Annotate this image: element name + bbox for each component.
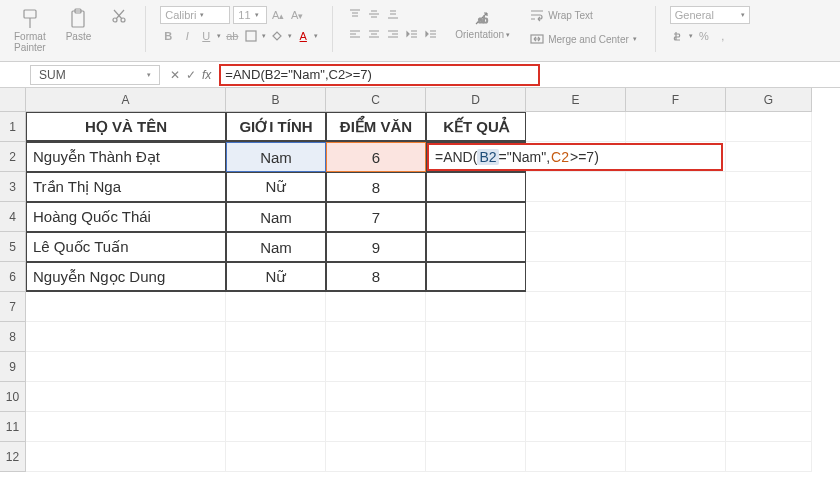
merge-center-button[interactable]: Merge and Center▾ xyxy=(526,30,641,48)
italic-button[interactable]: I xyxy=(179,28,195,44)
underline-button[interactable]: U xyxy=(198,28,214,44)
row-header[interactable]: 1 xyxy=(0,112,26,142)
cell[interactable] xyxy=(426,172,526,202)
formula-input[interactable]: =AND(B2="Nam",C2>=7) xyxy=(219,64,540,86)
cell[interactable] xyxy=(526,202,626,232)
cell[interactable] xyxy=(26,352,226,382)
row-header[interactable]: 12 xyxy=(0,442,26,472)
borders-button[interactable] xyxy=(243,28,259,44)
cell[interactable] xyxy=(426,352,526,382)
cell-editing-d2[interactable]: =AND( B2 ="Nam", C2 >=7) xyxy=(426,142,526,172)
cell[interactable] xyxy=(426,442,526,472)
bold-button[interactable]: B xyxy=(160,28,176,44)
align-middle-button[interactable] xyxy=(366,6,382,22)
cell[interactable] xyxy=(626,262,726,292)
cell[interactable] xyxy=(526,262,626,292)
cell[interactable]: Lê Quốc Tuấn xyxy=(26,232,226,262)
enter-formula-button[interactable]: ✓ xyxy=(186,68,196,82)
in-cell-formula-editor[interactable]: =AND( B2 ="Nam", C2 >=7) xyxy=(427,143,723,171)
cell[interactable] xyxy=(626,322,726,352)
row-header[interactable]: 9 xyxy=(0,352,26,382)
align-top-button[interactable] xyxy=(347,6,363,22)
cell[interactable] xyxy=(226,352,326,382)
cell[interactable] xyxy=(526,412,626,442)
number-format-dropdown[interactable]: General▾ xyxy=(670,6,750,24)
cell[interactable] xyxy=(326,412,426,442)
align-center-button[interactable] xyxy=(366,26,382,42)
currency-button[interactable] xyxy=(670,28,686,44)
font-name-dropdown[interactable]: Calibri▾ xyxy=(160,6,230,24)
cell[interactable]: Nguyễn Thành Đạt xyxy=(26,142,226,172)
cell-referenced-c2[interactable]: 6 xyxy=(326,142,426,172)
cell[interactable] xyxy=(526,442,626,472)
fx-icon[interactable]: fx xyxy=(202,68,211,82)
align-bottom-button[interactable] xyxy=(385,6,401,22)
percent-button[interactable]: % xyxy=(696,28,712,44)
cell[interactable]: Nguyễn Ngọc Dung xyxy=(26,262,226,292)
cell[interactable] xyxy=(326,442,426,472)
cell[interactable] xyxy=(526,172,626,202)
cell[interactable] xyxy=(526,232,626,262)
name-box[interactable]: SUM ▾ xyxy=(30,65,160,85)
col-header[interactable]: D xyxy=(426,88,526,112)
row-header[interactable]: 11 xyxy=(0,412,26,442)
cell[interactable] xyxy=(626,352,726,382)
cell[interactable] xyxy=(26,322,226,352)
cell[interactable] xyxy=(526,112,626,142)
cell[interactable] xyxy=(526,322,626,352)
cell[interactable] xyxy=(426,202,526,232)
cell[interactable] xyxy=(726,112,812,142)
cell[interactable] xyxy=(226,442,326,472)
cell[interactable] xyxy=(726,382,812,412)
cell[interactable] xyxy=(726,172,812,202)
cell[interactable]: Hoàng Quốc Thái xyxy=(26,202,226,232)
cell[interactable]: HỌ VÀ TÊN xyxy=(26,112,226,142)
decrease-font-button[interactable]: A▾ xyxy=(289,7,305,23)
row-header[interactable]: 4 xyxy=(0,202,26,232)
cell[interactable] xyxy=(626,442,726,472)
cell[interactable]: KẾT QUẢ xyxy=(426,112,526,142)
col-header[interactable]: E xyxy=(526,88,626,112)
row-header[interactable]: 8 xyxy=(0,322,26,352)
paste-button[interactable]: Paste xyxy=(62,6,96,44)
strike-button[interactable]: ab xyxy=(224,28,240,44)
wrap-text-button[interactable]: Wrap Text xyxy=(526,6,641,24)
cell[interactable] xyxy=(626,112,726,142)
cell[interactable] xyxy=(26,442,226,472)
cell[interactable]: 8 xyxy=(326,262,426,292)
cell[interactable]: ĐIỂM VĂN xyxy=(326,112,426,142)
cell[interactable] xyxy=(26,292,226,322)
decrease-indent-button[interactable] xyxy=(404,26,420,42)
cell[interactable] xyxy=(626,202,726,232)
fill-color-button[interactable] xyxy=(269,28,285,44)
cell[interactable] xyxy=(726,142,812,172)
cell[interactable] xyxy=(726,352,812,382)
cell[interactable] xyxy=(726,262,812,292)
cell[interactable] xyxy=(626,172,726,202)
cell[interactable] xyxy=(26,412,226,442)
format-painter-button[interactable]: Format Painter xyxy=(10,6,50,55)
cell[interactable]: GIỚI TÍNH xyxy=(226,112,326,142)
cell[interactable] xyxy=(326,292,426,322)
cell[interactable] xyxy=(226,412,326,442)
cell[interactable] xyxy=(626,382,726,412)
cell[interactable] xyxy=(426,412,526,442)
cell[interactable] xyxy=(326,382,426,412)
cell[interactable]: Nam xyxy=(226,232,326,262)
row-header[interactable]: 6 xyxy=(0,262,26,292)
cell[interactable] xyxy=(526,292,626,322)
cell[interactable] xyxy=(226,292,326,322)
row-header[interactable]: 5 xyxy=(0,232,26,262)
select-all-corner[interactable] xyxy=(0,88,26,112)
cell[interactable] xyxy=(626,412,726,442)
cell[interactable]: Nữ xyxy=(226,172,326,202)
cell[interactable] xyxy=(526,382,626,412)
cell[interactable] xyxy=(426,232,526,262)
font-color-button[interactable]: A xyxy=(295,28,311,44)
cell[interactable] xyxy=(726,412,812,442)
cell[interactable]: Nữ xyxy=(226,262,326,292)
orientation-button[interactable]: ab Orientation▾ xyxy=(451,6,514,42)
align-right-button[interactable] xyxy=(385,26,401,42)
cell[interactable] xyxy=(226,382,326,412)
col-header[interactable]: C xyxy=(326,88,426,112)
